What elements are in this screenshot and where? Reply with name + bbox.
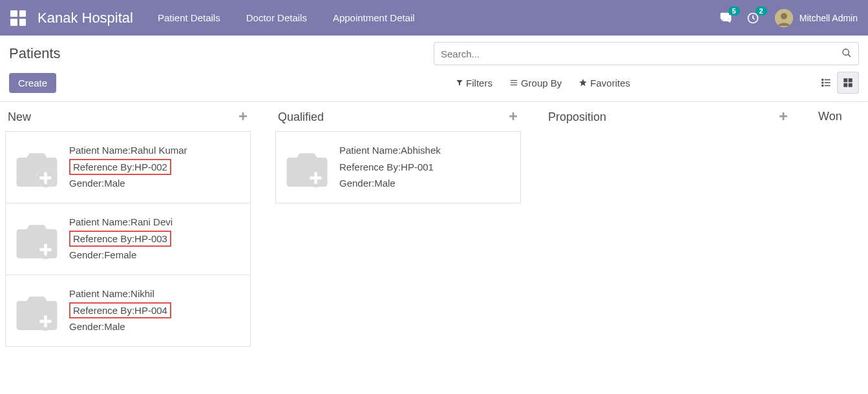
top-navbar: Kanak Hospital Patient Details Doctor De… (0, 0, 868, 36)
user-name: Mitchell Admin (799, 13, 858, 23)
view-list-button[interactable] (815, 72, 837, 94)
nav-link-patient-details[interactable]: Patient Details (158, 12, 220, 23)
svg-rect-15 (849, 78, 852, 82)
label-patient-name: Patient Name: (69, 288, 131, 299)
plus-icon (778, 111, 789, 121)
groupby-dropdown[interactable]: Group By (509, 78, 562, 88)
svg-rect-14 (843, 78, 847, 82)
value-patient-name: Nikhil (131, 288, 154, 299)
column-title: Qualified (278, 110, 324, 124)
kanban-column-won: Won (816, 110, 867, 130)
kanban-view-icon (842, 77, 854, 88)
label-gender: Gender: (69, 249, 104, 260)
funnel-icon (456, 79, 463, 87)
apps-icon[interactable] (10, 10, 26, 26)
kanban-card[interactable]: Patient Name:Rani Devi Reference By:HP-0… (5, 203, 251, 275)
column-add-button[interactable] (508, 110, 518, 125)
value-reference-by: HP-003 (134, 233, 167, 244)
kanban-column-proposition: Proposition (545, 110, 791, 131)
svg-rect-7 (511, 85, 518, 85)
activities-badge: 2 (756, 6, 767, 16)
kanban-card[interactable]: Patient Name:Abhishek Reference By:HP-00… (275, 131, 521, 203)
camera-placeholder-icon (14, 218, 60, 264)
list-view-icon (820, 77, 832, 88)
svg-line-4 (848, 54, 851, 57)
value-patient-name: Abhishek (401, 145, 441, 156)
svg-rect-8 (821, 79, 823, 81)
svg-rect-13 (825, 85, 831, 87)
value-reference-by: HP-001 (401, 161, 434, 172)
svg-rect-5 (511, 80, 518, 81)
nav-link-appointment-detail[interactable]: Appointment Detail (333, 12, 415, 23)
label-patient-name: Patient Name: (69, 216, 131, 227)
kanban-board: New Patient Name:Rahul Kumar Reference B… (0, 102, 868, 354)
label-reference-by: Reference By: (339, 161, 401, 172)
messages-badge: 5 (728, 6, 740, 16)
svg-rect-12 (821, 85, 823, 87)
column-title: New (8, 110, 31, 124)
page-title: Patients (9, 45, 61, 62)
control-panel: Patients Create Filters Group By Favo (0, 36, 868, 102)
create-button[interactable]: Create (9, 73, 56, 93)
filters-dropdown[interactable]: Filters (456, 78, 492, 88)
label-gender: Gender: (69, 178, 104, 189)
column-title: Proposition (548, 110, 606, 124)
svg-rect-6 (511, 82, 518, 83)
kanban-card[interactable]: Patient Name:Nikhil Reference By:HP-004 … (5, 275, 251, 347)
messages-button[interactable]: 5 (719, 12, 732, 25)
value-gender: Female (104, 249, 136, 260)
svg-point-3 (843, 49, 849, 55)
svg-rect-9 (825, 79, 831, 81)
label-reference-by: Reference By: (73, 161, 134, 172)
kanban-card[interactable]: Patient Name:Rahul Kumar Reference By:HP… (5, 131, 251, 203)
svg-rect-31 (509, 116, 517, 118)
svg-rect-16 (843, 83, 847, 87)
activities-button[interactable]: 2 (746, 12, 759, 25)
svg-rect-29 (40, 320, 52, 323)
label-gender: Gender: (69, 321, 104, 332)
svg-rect-11 (825, 82, 831, 83)
camera-placeholder-icon (14, 289, 60, 336)
kanban-column-new: New Patient Name:Rahul Kumar Reference B… (5, 110, 251, 346)
avatar (775, 9, 793, 27)
svg-rect-36 (779, 116, 787, 118)
view-kanban-button[interactable] (837, 72, 859, 94)
brand-title[interactable]: Kanak Hospital (37, 10, 133, 26)
value-gender: Male (104, 321, 125, 332)
svg-rect-23 (40, 176, 52, 180)
value-gender: Male (104, 178, 125, 189)
camera-placeholder-icon (284, 146, 330, 192)
plus-icon (508, 111, 518, 121)
label-reference-by: Reference By: (73, 305, 134, 316)
list-icon (509, 78, 518, 87)
svg-rect-34 (310, 176, 322, 180)
user-menu[interactable]: Mitchell Admin (775, 9, 858, 27)
svg-rect-19 (239, 116, 247, 118)
label-gender: Gender: (339, 178, 374, 189)
value-patient-name: Rahul Kumar (131, 145, 187, 156)
svg-rect-17 (849, 83, 852, 87)
column-add-button[interactable] (238, 110, 248, 125)
search-box[interactable] (434, 42, 859, 65)
kanban-column-qualified: Qualified Patient Name:Abhishek Referenc… (275, 110, 521, 203)
star-icon (578, 78, 587, 87)
column-add-button[interactable] (778, 110, 789, 125)
value-reference-by: HP-004 (134, 305, 167, 316)
camera-placeholder-icon (14, 146, 60, 192)
svg-rect-26 (40, 248, 52, 251)
value-reference-by: HP-002 (134, 161, 167, 172)
column-title: Won (818, 110, 842, 123)
value-gender: Male (374, 178, 396, 189)
search-input[interactable] (441, 48, 842, 59)
svg-rect-10 (821, 82, 823, 84)
favorites-dropdown[interactable]: Favorites (578, 78, 630, 88)
value-patient-name: Rani Devi (131, 216, 173, 227)
svg-point-2 (781, 13, 787, 19)
plus-icon (238, 111, 248, 121)
nav-link-doctor-details[interactable]: Doctor Details (246, 12, 307, 23)
label-patient-name: Patient Name: (339, 145, 401, 156)
search-icon[interactable] (842, 48, 852, 60)
label-patient-name: Patient Name: (69, 145, 131, 156)
label-reference-by: Reference By: (73, 233, 134, 244)
